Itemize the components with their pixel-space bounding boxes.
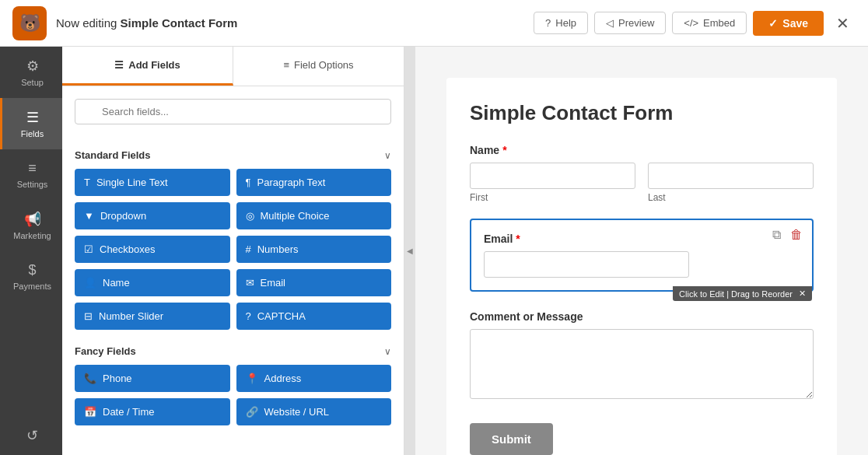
help-button[interactable]: ? Help xyxy=(534,12,588,34)
field-btn-date-time[interactable]: 📅 Date / Time xyxy=(75,398,230,425)
dropdown-icon: ▼ xyxy=(84,210,94,222)
panel-tabs: ☰ Add Fields ≡ Field Options xyxy=(62,47,404,86)
name-first-input[interactable] xyxy=(470,163,635,189)
name-field-label: Name * xyxy=(470,144,814,156)
sidebar-nav: ⚙ Setup ☰ Fields ≡ Settings 📢 Marketing … xyxy=(0,47,62,455)
field-btn-dropdown[interactable]: ▼ Dropdown xyxy=(75,202,230,229)
field-btn-paragraph-text[interactable]: ¶ Paragraph Text xyxy=(236,169,392,196)
standard-fields-header: Standard Fields ∨ xyxy=(75,149,391,161)
history-icon: ↺ xyxy=(26,427,38,444)
collapse-arrow-icon: ◀ xyxy=(407,247,413,255)
date-time-icon: 📅 xyxy=(84,406,96,418)
field-btn-single-line-text[interactable]: T Single Line Text xyxy=(75,169,230,196)
standard-fields-title: Standard Fields xyxy=(75,149,151,161)
website-url-icon: 🔗 xyxy=(246,406,258,418)
search-wrap: 🔍 xyxy=(75,99,391,137)
comment-field-label: Comment or Message xyxy=(470,310,814,323)
click-to-edit-bar: Click to Edit | Drag to Reorder ✕ xyxy=(673,286,812,301)
save-button[interactable]: ✓ Save xyxy=(753,11,824,36)
editing-prefix: Now editing xyxy=(56,16,117,30)
topbar-left: 🐻 Now editing Simple Contact Form xyxy=(12,6,237,40)
fancy-fields-title: Fancy Fields xyxy=(75,345,136,357)
field-btn-phone[interactable]: 📞 Phone xyxy=(75,365,230,392)
field-btn-checkboxes[interactable]: ☑ Checkboxes xyxy=(75,236,230,263)
field-btn-multiple-choice[interactable]: ◎ Multiple Choice xyxy=(236,202,392,229)
numbers-label: Numbers xyxy=(257,243,299,255)
sidebar-item-payments[interactable]: $ Payments xyxy=(0,251,62,302)
name-last-group: Last xyxy=(648,163,814,203)
email-label: Email xyxy=(261,277,286,289)
field-btn-number-slider[interactable]: ⊟ Number Slider xyxy=(75,303,230,330)
number-slider-icon: ⊟ xyxy=(84,310,93,322)
field-btn-email[interactable]: ✉ Email xyxy=(236,269,392,296)
dropdown-label: Dropdown xyxy=(100,210,146,222)
website-url-label: Website / URL xyxy=(264,406,330,418)
captcha-icon: ? xyxy=(246,310,251,322)
sidebar-item-history[interactable]: ↺ xyxy=(0,416,62,455)
email-delete-button[interactable]: 🗑 xyxy=(787,226,806,243)
email-input[interactable] xyxy=(484,251,689,278)
sidebar-item-fields[interactable]: ☰ Fields xyxy=(0,98,62,149)
address-label: Address xyxy=(264,373,302,384)
tab-field-options[interactable]: ≡ Field Options xyxy=(233,47,404,86)
standard-fields-chevron[interactable]: ∨ xyxy=(384,150,391,161)
comment-textarea[interactable] xyxy=(470,329,814,399)
email-required-star: * xyxy=(516,233,520,245)
field-btn-name[interactable]: 👤 Name xyxy=(75,269,230,296)
payments-icon: $ xyxy=(28,262,36,278)
preview-button[interactable]: ◁ Preview xyxy=(594,12,666,34)
close-button[interactable]: ✕ xyxy=(830,11,856,36)
form-field-name: Name * First Last xyxy=(470,144,814,203)
single-line-text-label: Single Line Text xyxy=(96,177,168,188)
click-to-edit-close-icon[interactable]: ✕ xyxy=(799,289,806,299)
editing-title: Now editing Simple Contact Form xyxy=(56,16,237,30)
sidebar-item-setup[interactable]: ⚙ Setup xyxy=(0,47,62,98)
sidebar-item-label-fields: Fields xyxy=(21,129,44,138)
name-label: Name xyxy=(103,277,130,289)
form-field-comment: Comment or Message xyxy=(470,310,814,401)
checkboxes-icon: ☑ xyxy=(84,243,93,255)
setup-icon: ⚙ xyxy=(26,58,39,75)
fancy-fields-header: Fancy Fields ∨ xyxy=(75,345,391,357)
submit-button[interactable]: Submit xyxy=(470,423,553,455)
name-required-star: * xyxy=(502,144,506,156)
checkboxes-label: Checkboxes xyxy=(100,243,156,255)
form-field-email[interactable]: Email * ⧉ 🗑 Click to Edit | Drag to Reor… xyxy=(470,219,814,292)
field-btn-website-url[interactable]: 🔗 Website / URL xyxy=(236,398,392,425)
multiple-choice-label: Multiple Choice xyxy=(261,210,330,222)
email-field-label: Email * xyxy=(484,233,800,245)
phone-label: Phone xyxy=(103,373,132,384)
name-first-group: First xyxy=(470,163,635,203)
click-to-edit-text: Click to Edit | Drag to Reorder xyxy=(679,289,793,299)
sidebar-item-marketing[interactable]: 📢 Marketing xyxy=(0,200,62,251)
preview-icon: ◁ xyxy=(606,17,614,29)
search-input[interactable] xyxy=(75,99,391,124)
sidebar-item-label-setup: Setup xyxy=(21,78,44,87)
app-logo: 🐻 xyxy=(12,6,47,40)
tab-add-fields-label: Add Fields xyxy=(128,59,180,71)
embed-button[interactable]: </> Embed xyxy=(672,12,747,34)
email-copy-button[interactable]: ⧉ xyxy=(769,226,784,243)
field-btn-numbers[interactable]: # Numbers xyxy=(236,236,392,263)
help-label: Help xyxy=(555,17,576,29)
tab-add-fields[interactable]: ☰ Add Fields xyxy=(62,47,233,86)
field-options-icon: ≡ xyxy=(283,59,289,71)
fields-panel: ☰ Add Fields ≡ Field Options 🔍 Standard … xyxy=(62,47,404,455)
fields-icon: ☰ xyxy=(26,109,39,126)
field-btn-address[interactable]: 📍 Address xyxy=(236,365,392,392)
form-title: Simple Contact Form xyxy=(470,101,814,125)
embed-label: Embed xyxy=(703,17,735,29)
field-btn-captcha[interactable]: ? CAPTCHA xyxy=(236,303,392,330)
help-icon: ? xyxy=(545,17,551,29)
panel-collapse-handle[interactable]: ◀ xyxy=(404,47,415,455)
name-first-label: First xyxy=(470,192,635,203)
paragraph-text-icon: ¶ xyxy=(246,177,251,188)
sidebar-item-label-settings: Settings xyxy=(17,180,48,189)
save-check-icon: ✓ xyxy=(768,17,778,30)
sidebar-item-settings[interactable]: ≡ Settings xyxy=(0,149,62,200)
preview-label: Preview xyxy=(618,17,654,29)
name-last-input[interactable] xyxy=(648,163,814,189)
sidebar-item-label-marketing: Marketing xyxy=(13,231,51,240)
close-icon: ✕ xyxy=(836,15,849,32)
fancy-fields-chevron[interactable]: ∨ xyxy=(384,346,391,357)
